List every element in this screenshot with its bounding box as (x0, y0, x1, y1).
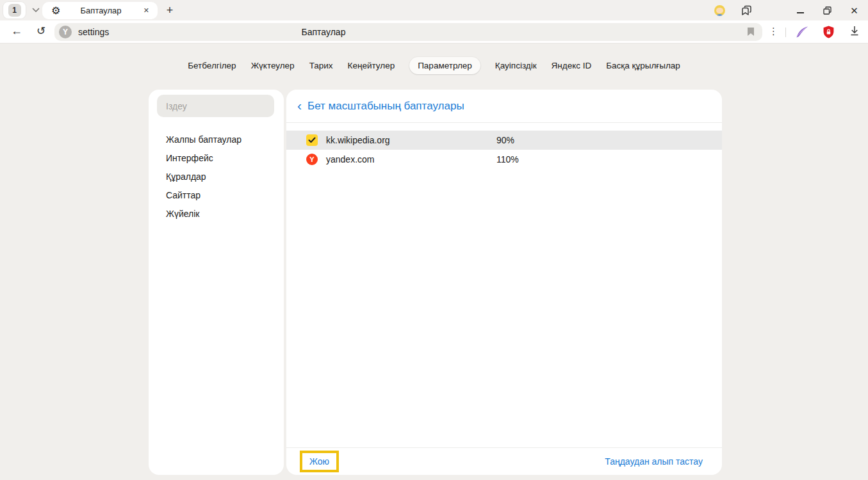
tab-panel-button[interactable] (741, 5, 752, 16)
profile-avatar[interactable] (714, 5, 725, 16)
avatar-body (717, 14, 723, 16)
delete-button[interactable]: Жою (309, 456, 329, 467)
avatar-face (716, 8, 723, 13)
site-name: yandex.com (326, 154, 496, 164)
kebab-menu-icon: ⋮ (769, 26, 778, 36)
zoom-value: 110% (496, 154, 519, 164)
page-zoom-settings-panel: ‹ Бет масштабының баптаулары kk.wikipedi… (286, 90, 722, 475)
bookmark-button[interactable] (747, 27, 755, 36)
checkmark-icon (308, 137, 316, 143)
sidebar-list: Жалпы баптаулар Интерфейс Құралдар Сайтт… (149, 130, 284, 223)
delete-highlight-box: Жою (300, 451, 339, 472)
back-button[interactable]: ← (9, 24, 24, 38)
page-favicon-icon: Y (59, 26, 72, 38)
section-title: Бет масштабының баптаулары (307, 100, 464, 113)
row-checkbox-checked[interactable] (306, 134, 318, 146)
site-name: kk.wikipedia.org (326, 135, 496, 145)
new-tab-button[interactable]: + (161, 0, 178, 20)
minimize-icon (797, 12, 804, 13)
zoom-row-yandex[interactable]: Y yandex.com 110% (286, 150, 722, 169)
zoom-row-wikipedia[interactable]: kk.wikipedia.org 90% (286, 131, 722, 150)
nav-tab-extensions[interactable]: Кеңейтулер (348, 57, 395, 74)
tab-close-icon[interactable]: ✕ (142, 5, 151, 16)
nav-tab-other-devices[interactable]: Басқа құрылғылар (606, 57, 680, 74)
sidebar-item-tools[interactable]: Құралдар (149, 167, 284, 186)
card-footer: Жою Таңдаудан алып тастау (286, 448, 722, 475)
active-browser-tab[interactable]: ⚙ Баптаулар ✕ (42, 2, 158, 19)
tab-title: Баптаулар (60, 6, 141, 15)
header-divider (286, 122, 722, 123)
toolbar-divider (785, 28, 786, 37)
download-icon (849, 26, 860, 36)
back-chevron-icon: ‹ (297, 99, 302, 112)
nav-tab-history[interactable]: Тарих (309, 57, 333, 74)
close-icon: ✕ (850, 6, 858, 15)
feather-icon (796, 26, 809, 38)
yandex-favicon-icon: Y (306, 154, 318, 165)
window-close-button[interactable]: ✕ (849, 5, 860, 16)
sidebar-item-interface[interactable]: Интерфейс (149, 148, 284, 167)
nav-tab-settings[interactable]: Параметрлер (409, 57, 480, 74)
plus-icon: + (167, 4, 174, 17)
settings-nav: Бетбелгілер Жүктеулер Тарих Кеңейтулер П… (0, 57, 868, 74)
page-actions-button[interactable]: ⋮ (769, 26, 776, 37)
nav-tab-security[interactable]: Қауіпсіздік (495, 57, 537, 74)
downloads-button[interactable] (849, 26, 860, 36)
bookmark-icon (747, 27, 755, 36)
back-header[interactable]: ‹ Бет масштабының баптаулары (286, 90, 722, 122)
back-arrow-icon: ← (11, 24, 22, 37)
nav-tab-yandex-id[interactable]: Яндекс ID (552, 57, 592, 74)
reload-icon: ↻ (37, 25, 45, 37)
tab-strip: 1 ⚙ Баптаулар ✕ + (0, 0, 868, 20)
window-restore-button[interactable] (822, 5, 833, 16)
search-input[interactable] (157, 95, 274, 117)
address-text: settings (78, 27, 109, 37)
omnibox[interactable]: Y settings Баптаулар (54, 23, 762, 41)
browser-menu-button[interactable] (768, 5, 779, 16)
zoom-rows: kk.wikipedia.org 90% Y yandex.com 110% (286, 131, 722, 447)
address-bar-row: ← ↻ Y settings Баптаулар ⋮ (0, 20, 868, 44)
restore-icon (823, 6, 831, 15)
settings-sidebar: Жалпы баптаулар Интерфейс Құралдар Сайтт… (149, 90, 284, 475)
chevron-down-icon (32, 8, 40, 13)
nav-tab-downloads[interactable]: Жүктеулер (251, 57, 295, 74)
window-minimize-button[interactable] (795, 5, 806, 16)
shield-lock-icon (823, 25, 835, 39)
zoom-value: 90% (496, 135, 514, 145)
tab-list-chevron-button[interactable] (28, 0, 44, 20)
sidebar-item-sites[interactable]: Сайттар (149, 186, 284, 204)
extension-feather-button[interactable] (796, 26, 809, 38)
deselect-button[interactable]: Таңдаудан алып тастау (605, 456, 703, 467)
protect-shield-button[interactable] (823, 25, 835, 39)
tab-groups-icon (741, 5, 752, 16)
tab-count: 1 (8, 4, 21, 17)
tab-counter-button[interactable]: 1 (3, 2, 26, 19)
sidebar-item-system[interactable]: Жүйелік (149, 204, 284, 223)
page-title: Баптаулар (282, 27, 365, 37)
sidebar-item-general[interactable]: Жалпы баптаулар (149, 130, 284, 148)
gear-icon: ⚙ (51, 6, 60, 16)
nav-tab-bookmarks[interactable]: Бетбелгілер (188, 57, 236, 74)
reload-button[interactable]: ↻ (33, 24, 49, 38)
